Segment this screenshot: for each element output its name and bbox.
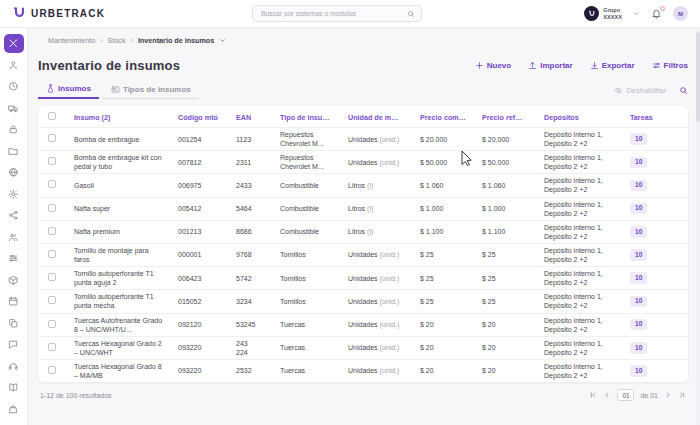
cell-depositos: Depósito interno 1, Depósito 2 +2 xyxy=(538,197,624,220)
cell-tipo: Tuercas xyxy=(274,336,342,359)
sidebar-item-share[interactable] xyxy=(4,206,24,225)
prev-page-button[interactable] xyxy=(603,391,611,399)
scrollbar[interactable] xyxy=(696,28,700,425)
logo[interactable]: URBETRACK xyxy=(12,6,105,21)
sidebar-item-users[interactable] xyxy=(4,228,24,247)
table-row[interactable]: Tornillo autoperforante T1 punta mecha 0… xyxy=(38,290,688,313)
tareas-badge[interactable]: 10 xyxy=(630,342,647,354)
first-page-button[interactable] xyxy=(589,391,597,399)
tareas-badge[interactable]: 10 xyxy=(630,133,647,145)
tareas-badge[interactable]: 10 xyxy=(630,365,647,377)
table-row[interactable]: Nafta premium 001213 8686 Combustible Li… xyxy=(38,220,688,243)
row-checkbox[interactable] xyxy=(48,157,56,165)
cell-precio-compra: $ 20 xyxy=(414,359,476,382)
cell-unidad: Unidades (unid.) xyxy=(342,243,414,266)
column-header[interactable]: Código mto xyxy=(172,106,230,128)
table-row[interactable]: Tuercas Hexagonal Grado 2 – UNC/WHT 0932… xyxy=(38,336,688,359)
tareas-badge[interactable]: 10 xyxy=(630,180,647,192)
breadcrumb-item[interactable]: Stock xyxy=(108,36,126,45)
tareas-badge[interactable]: 10 xyxy=(630,272,647,284)
group-selector[interactable]: Grupo XXXXX xyxy=(584,6,640,21)
table-row[interactable]: Gasoil 006975 2433 Combustible Litros (l… xyxy=(38,174,688,197)
chevron-down-icon xyxy=(633,10,640,17)
column-header[interactable]: Insumo (2) xyxy=(68,106,172,128)
column-header[interactable]: EAN xyxy=(230,106,274,128)
sidebar-item-box[interactable] xyxy=(4,271,24,290)
sidebar-item-clock[interactable] xyxy=(4,77,24,96)
disable-button[interactable]: Deshabilitar xyxy=(614,86,666,95)
cell-precio-compra: $ 20 xyxy=(414,336,476,359)
cell-precio-ref: $ 25 xyxy=(476,243,538,266)
column-header[interactable]: Depósitos xyxy=(538,106,624,128)
row-checkbox[interactable] xyxy=(48,366,56,374)
cell-codigo-mto: 093220 xyxy=(172,336,230,359)
column-header[interactable]: Tipo de insu… xyxy=(274,106,342,128)
select-all-checkbox[interactable] xyxy=(48,112,56,120)
table-row[interactable]: Bomba de embrague 001254 1123 Repuestos … xyxy=(38,128,688,151)
notifications-button[interactable] xyxy=(651,8,662,19)
sidebar-item-headset[interactable] xyxy=(4,357,24,376)
row-checkbox[interactable] xyxy=(48,180,56,188)
sidebar-item-tools[interactable] xyxy=(4,34,24,53)
table-body: Bomba de embrague 001254 1123 Repuestos … xyxy=(38,128,688,383)
exportar-button[interactable]: Exportar xyxy=(590,61,635,70)
table-row[interactable]: Tornillo autoperforante T1 punta aguja 2… xyxy=(38,267,688,290)
column-header[interactable]: Unidad de m… xyxy=(342,106,414,128)
sidebar-item-lock[interactable] xyxy=(4,120,24,139)
column-header[interactable]: Precio com… xyxy=(414,106,476,128)
user-avatar[interactable]: M xyxy=(673,6,688,21)
row-checkbox[interactable] xyxy=(48,227,56,235)
sidebar-item-bag[interactable] xyxy=(4,400,24,419)
column-header[interactable]: Precio ref… xyxy=(476,106,538,128)
row-checkbox[interactable] xyxy=(48,273,56,281)
sidebar-item-globe[interactable] xyxy=(4,163,24,182)
nuevo-button[interactable]: Nuevo xyxy=(475,61,511,70)
sidebar-item-calendar[interactable] xyxy=(4,292,24,311)
tareas-badge[interactable]: 10 xyxy=(630,249,647,261)
sidebar-item-book[interactable] xyxy=(4,378,24,397)
tareas-badge[interactable]: 10 xyxy=(630,296,647,308)
last-page-button[interactable] xyxy=(678,391,686,399)
tab-tipos-de-insumos[interactable]: Tipos de insumos xyxy=(103,82,199,99)
breadcrumb-item[interactable]: Inventario de insumos xyxy=(138,36,214,45)
cell-insumo: Nafta premium xyxy=(68,220,172,243)
tareas-badge[interactable]: 10 xyxy=(630,226,647,238)
column-header[interactable]: Tareas xyxy=(624,106,688,128)
cell-depositos: Depósito interno 1, Depósito 2 +2 xyxy=(538,128,624,151)
sidebar-item-truck[interactable] xyxy=(4,99,24,118)
table-row[interactable]: Bomba de embrague kit con pedal y tubo 0… xyxy=(38,151,688,174)
row-checkbox[interactable] xyxy=(48,296,56,304)
scrollbar-thumb[interactable] xyxy=(696,32,700,122)
sidebar-item-chat[interactable] xyxy=(4,335,24,354)
sidebar-item-gear[interactable] xyxy=(4,185,24,204)
cell-ean: 8686 xyxy=(230,220,274,243)
global-search-input[interactable] xyxy=(259,9,407,18)
cell-codigo-mto: 092120 xyxy=(172,313,230,336)
table-row[interactable]: Tuercas Hexagonal Grado 8 – MA/MB 093220… xyxy=(38,359,688,382)
next-page-button[interactable] xyxy=(664,391,672,399)
cell-ean: 9768 xyxy=(230,243,274,266)
tareas-badge[interactable]: 10 xyxy=(630,319,647,331)
tareas-badge[interactable]: 10 xyxy=(630,157,647,169)
row-checkbox[interactable] xyxy=(48,134,56,142)
page-number-input[interactable] xyxy=(617,389,634,401)
table-row[interactable]: Tuercas Autofrenante Grado 8 – UNC/WHT/U… xyxy=(38,313,688,336)
table-row[interactable]: Nafta super 005412 5464 Combustible Litr… xyxy=(38,197,688,220)
row-checkbox[interactable] xyxy=(48,320,56,328)
row-checkbox[interactable] xyxy=(48,250,56,258)
tab-insumos[interactable]: Insumos xyxy=(38,82,99,99)
importar-button[interactable]: Importar xyxy=(528,61,572,70)
filtros-button[interactable]: Filtros xyxy=(652,61,688,70)
sidebar-item-user[interactable] xyxy=(4,56,24,75)
row-checkbox[interactable] xyxy=(48,204,56,212)
row-checkbox[interactable] xyxy=(48,343,56,351)
table-row[interactable]: Tornillo de montaje para faros 000001 97… xyxy=(38,243,688,266)
breadcrumb-item[interactable]: Mantenimiento xyxy=(48,36,95,45)
sidebar-item-folder[interactable] xyxy=(4,142,24,161)
table-search-button[interactable] xyxy=(679,86,688,95)
sidebar-item-sliders[interactable] xyxy=(4,249,24,268)
sidebar-item-copy[interactable] xyxy=(4,314,24,333)
group-label: Grupo XXXXX xyxy=(603,7,622,20)
insumos-table: Insumo (2)Código mtoEANTipo de insu…Unid… xyxy=(38,106,688,382)
tareas-badge[interactable]: 10 xyxy=(630,203,647,215)
